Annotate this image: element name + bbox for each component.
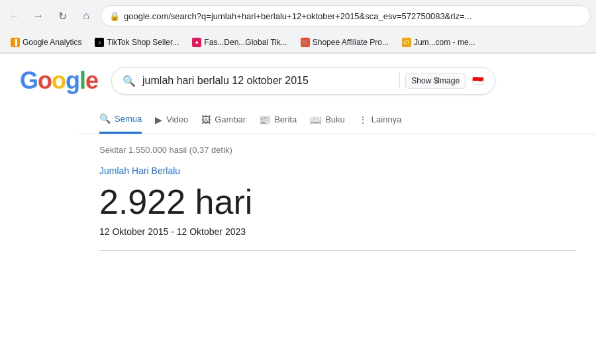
back-button[interactable]: ← (5, 7, 24, 25)
google-analytics-favicon: ▐ (11, 38, 20, 47)
address-text: google.com/search?q=jumlah+hari+berlalu+… (124, 11, 582, 21)
google-logo: Google (20, 67, 98, 95)
address-bar[interactable]: 🔒 google.com/search?q=jumlah+hari+berlal… (101, 5, 591, 26)
nav-tabs: 🔍 Semua ▶ Video 🖼 Gambar 📰 Berita 📖 Buku… (79, 105, 596, 134)
home-icon: ⌂ (83, 10, 89, 22)
result-main-value: 2.922 hari (99, 181, 576, 222)
forward-icon: → (33, 10, 44, 22)
bookmark3-favicon: ● (192, 38, 201, 47)
browser-chrome: ← → ↻ ⌂ 🔒 google.com/search?q=jumlah+har… (0, 0, 596, 54)
logo-g: G (20, 67, 38, 94)
tab-semua[interactable]: 🔍 Semua (99, 105, 142, 134)
lainnya-icon: ⋮ (358, 114, 368, 125)
tab-video[interactable]: ▶ Video (155, 107, 188, 133)
search-query-text: jumlah hari berlalu 12 oktober 2015 (142, 75, 393, 87)
results-area: Sekitar 1.550.000 hasil (0,37 detik) Jum… (79, 134, 596, 251)
jumpsuit-favicon: 🏷 (402, 38, 411, 47)
result-date-range: 12 Oktober 2015 - 12 Oktober 2023 (99, 226, 576, 237)
bookmark-jumpsuit[interactable]: 🏷 Jum...com - me... (397, 36, 481, 49)
search-right-icons: Show $lmage 🇮🇩 (399, 73, 484, 89)
tab-berita[interactable]: 📰 Berita (259, 107, 297, 133)
tab-lainnya[interactable]: ⋮ Lainnya (358, 107, 402, 133)
google-header: Google 🔍 jumlah hari berlalu 12 oktober … (0, 67, 596, 95)
bookmark-3-label: Fas...Den...Global Tik... (204, 38, 287, 47)
bookmark-tiktok[interactable]: ♪ TikTok Shop Seller... (89, 36, 184, 49)
semua-icon: 🔍 (99, 113, 111, 124)
reload-icon: ↻ (58, 10, 67, 23)
back-icon: ← (9, 10, 20, 22)
search-bar[interactable]: 🔍 jumlah hari berlalu 12 oktober 2015 Sh… (111, 67, 495, 95)
bookmark-google-analytics[interactable]: ▐ Google Analytics (5, 36, 87, 49)
lock-icon: 🔒 (109, 11, 120, 21)
bookmark-tiktok-label: TikTok Shop Seller... (107, 38, 179, 47)
logo-g2: g (66, 67, 79, 94)
show-image-button[interactable]: Show $lmage (405, 73, 466, 89)
divider (399, 73, 400, 89)
tab-gambar[interactable]: 🖼 Gambar (201, 107, 246, 133)
bookmark-3[interactable]: ● Fas...Den...Global Tik... (187, 36, 292, 49)
result-category-label: Jumlah Hari Berlalu (99, 165, 576, 176)
result-divider (99, 250, 576, 251)
bookmark-google-analytics-label: Google Analytics (23, 38, 81, 47)
bookmarks-bar: ▐ Google Analytics ♪ TikTok Shop Seller.… (0, 32, 596, 53)
bookmark-shopee[interactable]: 🛒 Shopee Affiliate Pro... (295, 36, 394, 49)
logo-l: l (79, 67, 85, 94)
tab-gambar-label: Gambar (215, 114, 246, 124)
logo-o2: o (52, 67, 66, 94)
tab-lainnya-label: Lainnya (372, 114, 402, 124)
logo-o1: o (38, 67, 52, 94)
bookmark-jumpsuit-label: Jum...com - me... (414, 38, 475, 47)
berita-icon: 📰 (259, 114, 270, 125)
video-icon: ▶ (155, 114, 162, 125)
gambar-icon: 🖼 (201, 114, 211, 125)
shopee-favicon: 🛒 (301, 38, 310, 47)
tab-berita-label: Berita (274, 114, 297, 124)
language-flag: 🇮🇩 (471, 76, 484, 85)
tiktok-favicon: ♪ (95, 38, 104, 47)
home-button[interactable]: ⌂ (77, 7, 95, 25)
logo-e: e (85, 67, 98, 94)
tab-buku[interactable]: 📖 Buku (310, 107, 345, 133)
reload-button[interactable]: ↻ (53, 7, 72, 25)
search-bar-container: 🔍 jumlah hari berlalu 12 oktober 2015 Sh… (111, 67, 495, 95)
tab-semua-label: Semua (115, 114, 142, 124)
results-stats: Sekitar 1.550.000 hasil (0,37 detik) (99, 145, 576, 155)
forward-button[interactable]: → (29, 7, 48, 25)
tab-video-label: Video (166, 114, 188, 124)
nav-bar: ← → ↻ ⌂ 🔒 google.com/search?q=jumlah+har… (0, 0, 596, 32)
page-content: Google 🔍 jumlah hari berlalu 12 oktober … (0, 54, 596, 341)
tab-buku-label: Buku (325, 114, 345, 124)
search-icon: 🔍 (123, 75, 136, 87)
bookmark-shopee-label: Shopee Affiliate Pro... (313, 38, 389, 47)
buku-icon: 📖 (310, 114, 321, 125)
